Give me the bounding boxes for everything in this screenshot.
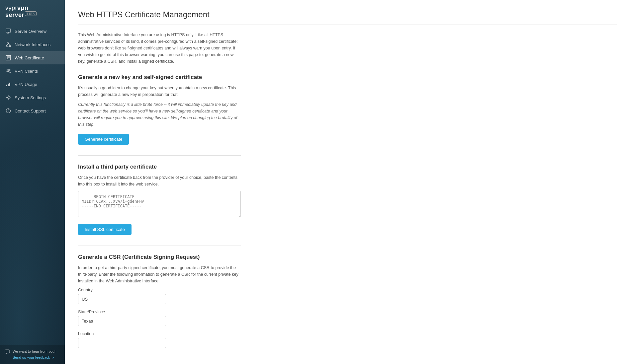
svg-rect-0 [6, 29, 11, 32]
sidebar-item-label: Web Certificate [15, 55, 44, 60]
chat-icon [5, 349, 10, 356]
state-label: State/Province [78, 310, 617, 314]
country-input[interactable] [78, 294, 166, 304]
section1-title: Generate a new key and self-signed certi… [78, 74, 617, 81]
svg-rect-16 [8, 84, 9, 86]
intro-text: This Web Administrative Interface you ar… [78, 32, 241, 65]
network-icon [5, 41, 11, 47]
sidebar-item-vpn-clients[interactable]: VPN Clients [0, 64, 65, 78]
sidebar-item-label: System Settings [15, 95, 46, 100]
state-input[interactable] [78, 316, 166, 326]
svg-point-18 [8, 97, 9, 99]
svg-point-5 [9, 45, 11, 47]
section2-title: Install a third party certificate [78, 164, 617, 170]
sidebar-item-web-certificate[interactable]: Web Certificate [0, 51, 65, 64]
sidebar-item-label: Network Interfaces [15, 42, 50, 47]
sidebar-item-label: VPN Clients [15, 69, 38, 74]
svg-rect-15 [6, 85, 7, 86]
svg-rect-17 [9, 83, 10, 86]
divider-2 [78, 246, 241, 246]
logo-vypr: vypr [5, 5, 17, 11]
section3-text: In order to get a third-party signed cer… [78, 264, 241, 284]
section1-text1: It's usually a good idea to change your … [78, 85, 241, 98]
certificate-textarea[interactable] [78, 191, 241, 217]
country-label: Country [78, 288, 617, 292]
section2-text: Once you have the certificate back from … [78, 174, 241, 187]
footer-link[interactable]: Send us your feedback [13, 355, 50, 359]
external-link-icon: ↗ [51, 356, 54, 359]
svg-line-6 [7, 43, 8, 45]
install-ssl-button[interactable]: Install SSL certificate [78, 224, 132, 235]
svg-point-4 [6, 45, 7, 47]
page-title: Web HTTPS Certificate Management [78, 10, 617, 25]
monitor-icon [5, 28, 11, 34]
section1-text2: Currently this functionality is a little… [78, 101, 241, 128]
logo-server: server [5, 12, 24, 18]
sidebar-nav: Server Overview Network Interfaces Web C… [0, 22, 65, 345]
sidebar-item-label: Server Overview [15, 29, 46, 34]
divider-1 [78, 155, 241, 156]
generate-certificate-button[interactable]: Generate certificate [78, 134, 129, 145]
users-icon [5, 68, 11, 74]
location-label: Location [78, 331, 617, 336]
state-field-group: State/Province [78, 310, 617, 326]
sidebar-item-label: VPN Usage [15, 82, 37, 87]
footer-text: We want to hear from you! [13, 349, 55, 354]
svg-line-7 [8, 43, 10, 45]
main-content: Web HTTPS Certificate Management This We… [65, 0, 630, 364]
sidebar-item-network-interfaces[interactable]: Network Interfaces [0, 38, 65, 51]
sidebar-item-contact-support[interactable]: ? Contact Support [0, 104, 65, 117]
help-icon: ? [5, 108, 11, 114]
sidebar-item-label: Contact Support [15, 109, 46, 113]
sidebar-item-vpn-usage[interactable]: VPN Usage [0, 78, 65, 91]
logo-vpn: vpn [17, 5, 29, 11]
svg-point-14 [9, 69, 10, 71]
sidebar-item-server-overview[interactable]: Server Overview [0, 25, 65, 38]
gear-icon [5, 95, 11, 101]
sidebar: vyprvpn serverBETA Server Overview Netwo… [0, 0, 65, 364]
beta-badge: BETA [25, 11, 37, 16]
sidebar-item-system-settings[interactable]: System Settings [0, 91, 65, 104]
logo: vyprvpn serverBETA [0, 0, 65, 22]
svg-point-3 [8, 42, 9, 43]
logo-text: vyprvpn serverBETA [5, 5, 59, 19]
certificate-icon [5, 55, 11, 61]
chart-icon [5, 81, 11, 87]
location-field-group: Location [78, 331, 617, 348]
svg-point-13 [7, 69, 9, 71]
location-input[interactable] [78, 338, 166, 348]
section3-title: Generate a CSR (Certificate Signing Requ… [78, 254, 617, 260]
sidebar-footer: We want to hear from you! Send us your f… [0, 345, 65, 364]
country-field-group: Country [78, 288, 617, 304]
svg-text:?: ? [7, 109, 9, 113]
svg-rect-21 [5, 350, 10, 353]
